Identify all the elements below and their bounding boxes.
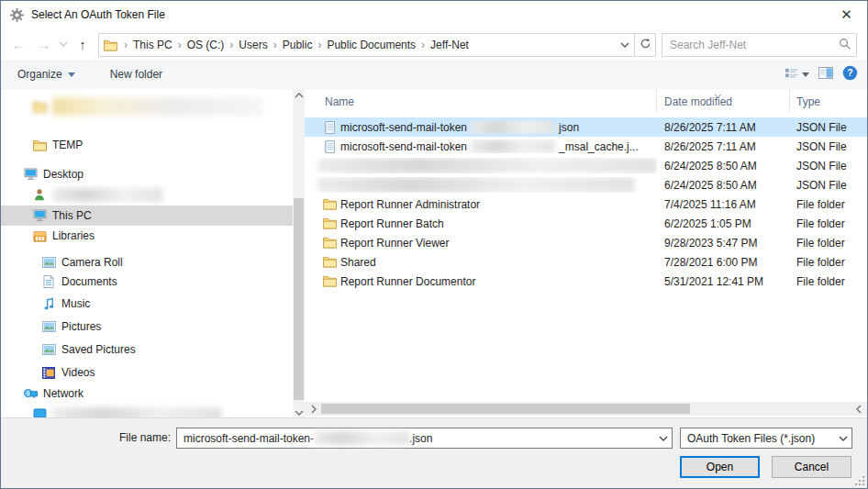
help-button[interactable]: ? bbox=[842, 65, 858, 83]
file-name-text: Report Runner Viewer bbox=[340, 237, 450, 250]
folder-icon bbox=[322, 217, 337, 229]
scroll-left-icon[interactable] bbox=[306, 402, 320, 416]
breadcrumb-separator-icon: › bbox=[176, 39, 184, 51]
breadcrumb-segment[interactable]: Public Documents bbox=[323, 39, 419, 51]
file-type-value: OAuth Token Files (*.json) bbox=[687, 432, 815, 445]
resize-grip[interactable] bbox=[855, 476, 864, 485]
sidebar-item-documents[interactable]: Documents bbox=[1, 272, 293, 292]
scroll-right-icon[interactable] bbox=[851, 402, 865, 416]
breadcrumb-segment[interactable]: This PC bbox=[129, 39, 176, 51]
sidebar-item-saved-pictures[interactable]: Saved Pictures bbox=[1, 339, 293, 360]
folder-icon bbox=[322, 237, 337, 249]
file-name-cell: Report Runner Administrator bbox=[305, 198, 657, 211]
breadcrumb-segment[interactable]: Users bbox=[235, 39, 271, 51]
dialog-footer: File name: microsoft-send-mail-token- .j… bbox=[1, 417, 867, 488]
sidebar-item-network[interactable]: Network bbox=[1, 383, 293, 404]
search-box bbox=[662, 33, 857, 57]
help-icon: ? bbox=[842, 65, 858, 83]
file-name-cell: Report Runner Viewer bbox=[305, 237, 657, 250]
sidebar-item-camera-roll[interactable]: Camera Roll bbox=[1, 252, 293, 272]
sidebar-item-videos[interactable]: Videos bbox=[1, 362, 293, 383]
type-cell: File folder bbox=[790, 256, 867, 269]
sidebar-item-redacted[interactable] bbox=[1, 96, 293, 117]
organize-button[interactable]: Organize bbox=[8, 68, 84, 81]
scroll-up-icon[interactable] bbox=[293, 89, 305, 101]
sidebar-item-temp[interactable]: TEMP bbox=[1, 135, 293, 155]
sidebar-item-redacted[interactable] bbox=[1, 404, 293, 418]
forward-button[interactable]: → bbox=[32, 32, 56, 56]
recent-locations-chevron-icon[interactable] bbox=[56, 32, 71, 56]
sidebar-item-label: Libraries bbox=[52, 229, 95, 242]
sidebar-scrollbar[interactable] bbox=[293, 89, 305, 418]
file-row[interactable]: Report Runner Viewer9/28/2023 5:47 PMFil… bbox=[305, 233, 867, 252]
sort-descending-icon bbox=[714, 88, 722, 101]
file-name-text: Report Runner Documentor bbox=[340, 275, 475, 288]
preview-pane-button[interactable] bbox=[818, 67, 833, 82]
breadcrumb-separator-icon: › bbox=[419, 39, 427, 51]
date-modified-cell: 8/26/2025 7:11 AM bbox=[657, 140, 790, 153]
file-row[interactable]: 6/24/2025 8:50 AMJSON File bbox=[305, 156, 867, 175]
date-modified-cell: 6/2/2025 1:05 PM bbox=[657, 217, 790, 230]
file-row[interactable]: Report Runner Batch6/2/2025 1:05 PMFile … bbox=[305, 214, 867, 233]
open-button[interactable]: Open bbox=[680, 456, 760, 478]
redacted-file-name-part bbox=[471, 139, 555, 153]
column-header-name[interactable]: Name bbox=[305, 89, 657, 113]
file-name-label: File name: bbox=[93, 431, 171, 444]
folder-icon bbox=[322, 256, 337, 268]
column-header-date-modified[interactable]: Date modified bbox=[657, 89, 790, 113]
new-folder-label: New folder bbox=[110, 68, 162, 81]
file-row[interactable]: microsoft-send-mail-token_msal_cache.j..… bbox=[305, 137, 867, 156]
redacted-file-name-part bbox=[471, 120, 555, 134]
breadcrumb: ›This PC›OS (C:)›Users›Public›Public Doc… bbox=[117, 39, 616, 51]
file-row[interactable]: microsoft-send-mail-tokenjson8/26/2025 7… bbox=[305, 117, 867, 137]
sidebar-scrollbar-thumb[interactable] bbox=[294, 198, 304, 400]
new-folder-button[interactable]: New folder bbox=[101, 68, 172, 81]
breadcrumb-segment[interactable]: Jeff-Net bbox=[427, 39, 473, 51]
horizontal-scrollbar[interactable] bbox=[305, 402, 867, 416]
gear-icon bbox=[9, 8, 24, 22]
navigation-row: ← → ↑ ›This PC›OS (C:)›Users›Public›Publ… bbox=[1, 28, 867, 60]
sidebar-item-label: Music bbox=[61, 297, 90, 310]
sidebar-item-libraries[interactable]: Libraries bbox=[1, 226, 293, 246]
file-name-dropdown-chevron-icon[interactable] bbox=[655, 436, 672, 441]
search-input[interactable] bbox=[662, 39, 832, 51]
type-header-label: Type bbox=[796, 95, 820, 108]
sidebar-item-pictures[interactable]: Pictures bbox=[1, 317, 293, 337]
file-dialog-window: Select An OAuth Token File ✕ ← → ↑ ›This… bbox=[0, 0, 868, 489]
file-name-cell: Shared bbox=[305, 256, 657, 269]
views-icon bbox=[785, 67, 799, 82]
file-row[interactable]: Report Runner Administrator7/4/2025 11:1… bbox=[305, 194, 867, 214]
address-bar[interactable]: ›This PC›OS (C:)›Users›Public›Public Doc… bbox=[98, 33, 656, 57]
file-name-input[interactable]: microsoft-send-mail-token- .json bbox=[176, 428, 673, 449]
cancel-button[interactable]: Cancel bbox=[772, 456, 851, 478]
file-row[interactable]: 6/24/2025 8:50 AMJSON File bbox=[305, 175, 867, 194]
date-modified-cell: 7/28/2021 6:00 PM bbox=[657, 256, 790, 269]
breadcrumb-segment[interactable]: Public bbox=[279, 39, 317, 51]
up-button[interactable]: ↑ bbox=[71, 32, 95, 56]
folder-icon bbox=[32, 139, 47, 151]
back-button[interactable]: ← bbox=[6, 32, 30, 56]
file-name-suffix: _msal_cache.j... bbox=[559, 140, 639, 153]
breadcrumb-segment[interactable]: OS (C:) bbox=[184, 39, 228, 51]
column-header-type[interactable]: Type bbox=[790, 89, 867, 113]
file-row[interactable]: Shared7/28/2021 6:00 PMFile folder bbox=[305, 252, 867, 272]
organize-dropdown-caret-icon bbox=[68, 72, 75, 77]
sidebar-item-desktop[interactable]: Desktop bbox=[1, 164, 293, 184]
folder-icon bbox=[322, 275, 337, 287]
redacted-file-name bbox=[317, 158, 657, 173]
sidebar-item-music[interactable]: Music bbox=[1, 294, 293, 314]
libraries-icon bbox=[32, 230, 47, 242]
file-row[interactable]: Report Runner Documentor5/31/2021 12:41 … bbox=[305, 272, 867, 291]
file-type-select[interactable]: OAuth Token Files (*.json) bbox=[680, 428, 852, 449]
views-button[interactable] bbox=[785, 67, 809, 82]
horizontal-scrollbar-thumb[interactable] bbox=[321, 404, 690, 414]
close-button[interactable]: ✕ bbox=[826, 1, 867, 28]
type-cell: File folder bbox=[790, 217, 867, 230]
refresh-button[interactable] bbox=[635, 38, 655, 52]
sidebar-item-label: Videos bbox=[61, 366, 95, 379]
address-dropdown-chevron-icon[interactable] bbox=[616, 42, 634, 48]
date-modified-cell: 7/4/2025 11:16 AM bbox=[657, 198, 790, 211]
sidebar-item-this-pc[interactable]: This PC bbox=[1, 206, 293, 226]
views-dropdown-caret-icon bbox=[802, 72, 809, 77]
sidebar-item-redacted[interactable] bbox=[1, 184, 293, 205]
